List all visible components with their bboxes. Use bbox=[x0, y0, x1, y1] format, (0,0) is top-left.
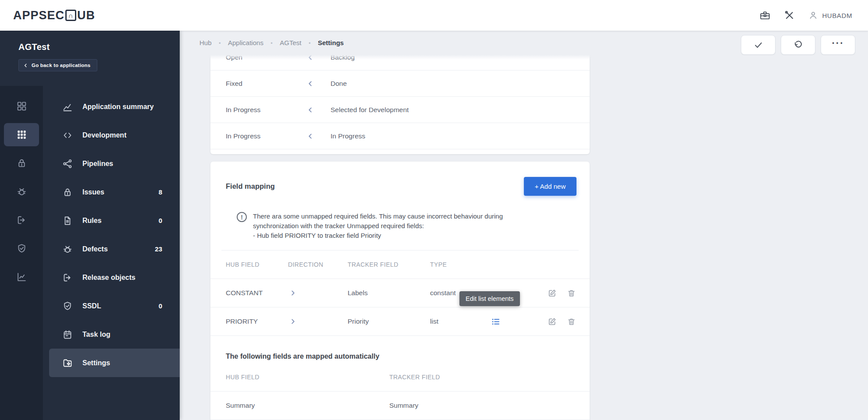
rail-issues-lock-icon[interactable] bbox=[4, 152, 39, 175]
sidebar-item-label: Issues bbox=[82, 188, 104, 196]
sidebar-item-issues[interactable]: Issues 8 bbox=[49, 178, 180, 206]
sidebar-item-pipelines[interactable]: Pipelines bbox=[49, 149, 180, 178]
task-log-icon bbox=[62, 329, 73, 340]
column-header-tracker-field: TRACKER FIELD bbox=[389, 374, 590, 381]
tracker-status: Done bbox=[331, 80, 590, 88]
shield-check-icon bbox=[62, 301, 73, 311]
column-header-hub-field: HUB FIELD bbox=[226, 261, 288, 268]
sidebar-item-ssdl[interactable]: SSDL 0 bbox=[49, 292, 180, 320]
ellipsis-icon: ··· bbox=[832, 39, 844, 52]
more-actions-button[interactable]: ··· bbox=[821, 35, 855, 55]
hub-status: In Progress bbox=[226, 132, 306, 140]
sidebar-item-development[interactable]: Development bbox=[49, 121, 180, 149]
rail-ssdl-shield-icon[interactable] bbox=[4, 237, 39, 260]
hub-status: In Progress bbox=[226, 106, 306, 114]
trash-icon bbox=[567, 289, 576, 298]
status-mapping-row: Fixed Done bbox=[210, 71, 590, 97]
breadcrumb-settings: Settings bbox=[318, 39, 344, 46]
rail-defects-bug-icon[interactable] bbox=[4, 180, 39, 203]
warning-line: There ara some unmapped required fields.… bbox=[253, 212, 503, 221]
trash-icon bbox=[567, 317, 576, 326]
logo-text-right: UB bbox=[77, 9, 95, 22]
column-header-direction: DIRECTION bbox=[288, 261, 348, 268]
page-actions: ··· bbox=[741, 35, 855, 55]
code-icon bbox=[62, 130, 73, 141]
sidebar-item-settings[interactable]: Settings bbox=[49, 349, 180, 377]
edit-list-elements-button[interactable] bbox=[491, 317, 502, 327]
user-name: HUBADM bbox=[822, 12, 852, 19]
document-icon bbox=[62, 215, 73, 226]
breadcrumb-agtest[interactable]: AGTest bbox=[280, 39, 301, 46]
user-menu[interactable]: HUBADM bbox=[808, 11, 852, 20]
icon-rail bbox=[0, 86, 43, 420]
logo-h-icon: ∩ bbox=[65, 10, 76, 21]
application-name: AGTest bbox=[18, 42, 171, 52]
sidebar-app-header: AGTest Go back to applications bbox=[0, 31, 180, 86]
lock-icon bbox=[62, 187, 73, 198]
rail-applications-icon[interactable] bbox=[4, 123, 39, 146]
user-icon bbox=[808, 11, 818, 20]
scroll-content[interactable]: Open Backlog Fixed Done In Progress Sele… bbox=[180, 55, 868, 420]
type-cell: list bbox=[430, 318, 491, 325]
warning-line: synchronization with the tracker Unmappe… bbox=[253, 221, 503, 231]
edit-icon bbox=[547, 288, 557, 298]
sidebar-item-release-objects[interactable]: Release objects bbox=[49, 263, 180, 292]
sidebar-item-badge: 0 bbox=[159, 302, 162, 310]
main-area: Hub • Applications • AGTest • Settings ·… bbox=[180, 31, 868, 420]
bug-icon bbox=[62, 244, 73, 254]
delete-mapping-button[interactable] bbox=[567, 289, 578, 298]
breadcrumb-separator: • bbox=[219, 40, 221, 46]
direction-right-icon bbox=[288, 317, 348, 326]
back-button-label: Go back to applications bbox=[32, 63, 90, 68]
breadcrumb-hub[interactable]: Hub bbox=[199, 39, 212, 46]
auto-mapping-row: Summary Summary bbox=[210, 392, 590, 420]
rail-dashboard-icon[interactable] bbox=[4, 95, 39, 118]
field-mapping-title: Field mapping bbox=[226, 182, 275, 191]
edit-mapping-button[interactable] bbox=[547, 288, 559, 298]
status-mapping-row: Open Backlog bbox=[210, 55, 590, 71]
sidebar-item-application-summary[interactable]: Application summary bbox=[49, 92, 180, 121]
column-header-tracker-field: TRACKER FIELD bbox=[348, 261, 430, 268]
sidebar-item-defects[interactable]: Defects 23 bbox=[49, 235, 180, 263]
tracker-field-cell: Labels bbox=[348, 289, 430, 297]
breadcrumb-applications[interactable]: Applications bbox=[228, 39, 263, 46]
chevron-left-icon bbox=[23, 63, 28, 68]
rail-analytics-icon[interactable] bbox=[4, 265, 39, 289]
line-chart-icon bbox=[62, 102, 73, 112]
hub-field-cell: PRIORITY bbox=[226, 318, 288, 325]
auto-mapping-header-row: HUB FIELD TRACKER FIELD bbox=[210, 363, 590, 392]
breadcrumb-bar: Hub • Applications • AGTest • Settings ·… bbox=[180, 31, 868, 55]
sidebar-item-rules[interactable]: Rules 0 bbox=[49, 206, 180, 235]
folder-gear-icon bbox=[62, 358, 73, 368]
sidebar-menu: Application summary Development Pipeline… bbox=[43, 86, 180, 420]
list-icon bbox=[491, 317, 501, 327]
warning-icon: ! bbox=[237, 212, 247, 222]
direction-left-icon bbox=[306, 79, 331, 88]
sidebar-item-label: SSDL bbox=[82, 302, 101, 310]
export-icon bbox=[62, 272, 73, 283]
delete-mapping-button[interactable] bbox=[567, 317, 578, 326]
refresh-button[interactable] bbox=[781, 35, 815, 55]
edit-mapping-button[interactable] bbox=[547, 317, 559, 327]
direction-right-icon bbox=[288, 288, 348, 298]
tracker-field-cell: Priority bbox=[348, 318, 430, 325]
toolbox-icon[interactable] bbox=[759, 10, 771, 21]
confirm-button[interactable] bbox=[741, 35, 776, 55]
check-icon bbox=[754, 40, 763, 50]
edit-list-elements-tooltip: Edit list elements bbox=[459, 291, 520, 306]
tools-icon[interactable] bbox=[784, 10, 795, 21]
sidebar-item-label: Task log bbox=[82, 331, 110, 339]
sidebar-item-task-log[interactable]: Task log bbox=[49, 320, 180, 349]
field-mapping-row: PRIORITY Priority list bbox=[210, 307, 590, 336]
add-new-button[interactable]: + Add new bbox=[524, 177, 576, 196]
status-mapping-row: In Progress In Progress bbox=[210, 123, 590, 149]
sidebar-item-badge: 0 bbox=[159, 217, 162, 224]
hub-field-cell: CONSTANT bbox=[226, 289, 288, 297]
sidebar-item-label: Application summary bbox=[82, 103, 154, 111]
breadcrumb-separator: • bbox=[309, 40, 311, 46]
back-to-applications-button[interactable]: Go back to applications bbox=[18, 59, 97, 71]
sidebar-item-label: Pipelines bbox=[82, 160, 113, 168]
hub-field-cell: Summary bbox=[226, 402, 389, 409]
rail-release-export-icon[interactable] bbox=[4, 208, 39, 232]
sidebar-item-label: Development bbox=[82, 131, 126, 139]
